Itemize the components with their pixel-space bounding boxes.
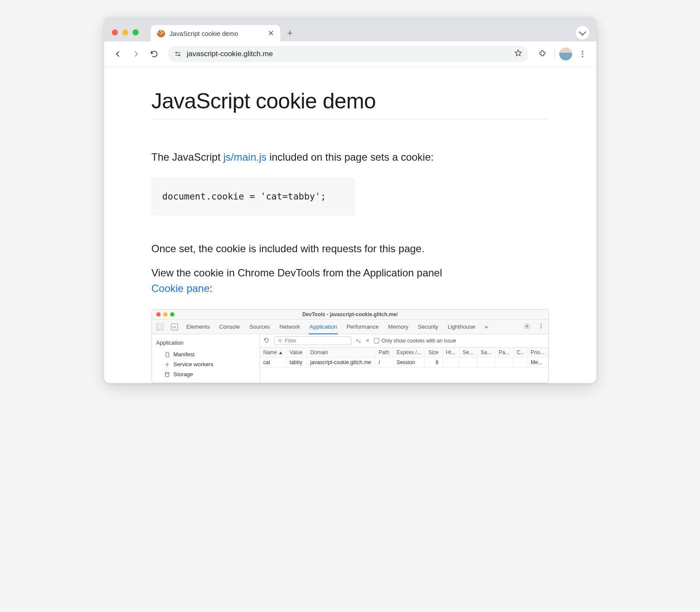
para-3: View the cookie in Chrome DevTools from … bbox=[152, 265, 549, 296]
cell-crosssite bbox=[513, 358, 527, 368]
chrome-menu-button[interactable] bbox=[575, 46, 590, 62]
cell-secure bbox=[459, 358, 477, 368]
profile-avatar[interactable] bbox=[559, 48, 572, 60]
col-expires[interactable]: Expires /... bbox=[393, 348, 425, 358]
table-header-row: Name Value Domain Path Expires /... Size… bbox=[260, 348, 548, 358]
col-path[interactable]: Path bbox=[375, 348, 393, 358]
code-block: document.cookie = 'cat=tabby'; bbox=[152, 178, 355, 215]
tab-lighthouse[interactable]: Lighthouse bbox=[447, 320, 476, 333]
cookie-pane-link[interactable]: Cookie pane bbox=[152, 282, 210, 294]
devtools-window: DevTools - javascript-cookie.glitch.me/ … bbox=[152, 309, 549, 383]
sidebar-item-storage[interactable]: Storage bbox=[156, 369, 255, 379]
sidebar-item-service-workers[interactable]: Service workers bbox=[156, 359, 255, 369]
refresh-cookies-icon[interactable] bbox=[263, 337, 269, 345]
col-value[interactable]: Value bbox=[286, 348, 307, 358]
window-controls[interactable] bbox=[112, 29, 139, 35]
svg-point-2 bbox=[582, 51, 583, 52]
cell-name: cat bbox=[260, 358, 286, 368]
cookies-table: Name Value Domain Path Expires /... Size… bbox=[260, 348, 548, 368]
devtools-settings-icon[interactable] bbox=[524, 323, 530, 331]
maximize-window-icon[interactable] bbox=[133, 29, 139, 35]
svg-point-4 bbox=[582, 56, 583, 57]
cell-expires: Session bbox=[393, 358, 425, 368]
tab-console[interactable]: Console bbox=[219, 320, 241, 333]
checkbox-box-icon bbox=[374, 338, 379, 343]
mainjs-link[interactable]: js/main.js bbox=[223, 151, 266, 163]
filter-placeholder: Filter bbox=[285, 338, 297, 344]
tab-security[interactable]: Security bbox=[417, 320, 439, 333]
col-size[interactable]: Size bbox=[425, 348, 442, 358]
tab-title: JavaScript cookie demo bbox=[170, 30, 238, 37]
divider bbox=[554, 49, 555, 59]
col-samesite[interactable]: Sa... bbox=[477, 348, 495, 358]
intro-paragraph: The JavaScript js/main.js included on th… bbox=[152, 149, 549, 165]
sidebar-heading: Application bbox=[156, 339, 255, 346]
address-bar[interactable]: javascript-cookie.glitch.me bbox=[168, 46, 529, 62]
col-name[interactable]: Name bbox=[260, 348, 286, 358]
devtools-title: DevTools - javascript-cookie.glitch.me/ bbox=[302, 311, 398, 317]
tab-elements[interactable]: Elements bbox=[186, 320, 211, 333]
col-domain[interactable]: Domain bbox=[307, 348, 375, 358]
close-window-icon[interactable] bbox=[112, 29, 118, 35]
device-toolbar-icon[interactable]: ▭ bbox=[171, 323, 178, 330]
tabs-dropdown-button[interactable] bbox=[576, 26, 589, 40]
cell-partitionkey bbox=[495, 358, 513, 368]
clear-filter-icon[interactable]: ≡x bbox=[356, 337, 361, 344]
page-title: JavaScript cookie demo bbox=[152, 89, 549, 119]
svg-point-7 bbox=[540, 326, 541, 327]
cell-domain: javascript-cookie.glitch.me bbox=[307, 358, 375, 368]
cookies-filter-input[interactable]: Filter bbox=[274, 336, 352, 345]
para3-post: : bbox=[209, 282, 212, 294]
table-row[interactable]: cat tabby javascript-cookie.glitch.me / … bbox=[260, 358, 548, 368]
cell-value: tabby bbox=[286, 358, 307, 368]
col-httponly[interactable]: Ht... bbox=[442, 348, 459, 358]
forward-button[interactable] bbox=[128, 46, 144, 62]
only-issues-checkbox[interactable]: Only show cookies with an issue bbox=[374, 338, 456, 344]
toolbar: javascript-cookie.glitch.me bbox=[104, 41, 596, 67]
clear-all-icon[interactable]: ✕ bbox=[365, 338, 370, 344]
devtools-sidebar: Application Manifest Service workers Sto… bbox=[152, 334, 260, 383]
back-button[interactable] bbox=[110, 46, 126, 62]
intro-text-post: included on this page sets a cookie: bbox=[266, 151, 434, 163]
tab-network[interactable]: Network bbox=[279, 320, 301, 333]
minimize-window-icon[interactable] bbox=[163, 312, 168, 317]
browser-window: 🍪 JavaScript cookie demo ✕ + javascript-… bbox=[104, 17, 596, 383]
extensions-button[interactable] bbox=[535, 46, 550, 62]
col-secure[interactable]: Se... bbox=[459, 348, 477, 358]
svg-point-0 bbox=[175, 52, 177, 54]
tab-performance[interactable]: Performance bbox=[345, 320, 379, 333]
sidebar-item-label: Storage bbox=[174, 371, 193, 377]
tab-memory[interactable]: Memory bbox=[387, 320, 409, 333]
maximize-window-icon[interactable] bbox=[170, 312, 174, 317]
browser-tab[interactable]: 🍪 JavaScript cookie demo ✕ bbox=[151, 25, 280, 41]
tabs-overflow[interactable]: » bbox=[484, 320, 488, 333]
svg-point-6 bbox=[540, 324, 541, 325]
close-window-icon[interactable] bbox=[156, 312, 161, 317]
cell-size: 8 bbox=[425, 358, 442, 368]
sidebar-item-manifest[interactable]: Manifest bbox=[156, 349, 255, 359]
new-tab-button[interactable]: + bbox=[284, 27, 297, 40]
close-tab-icon[interactable]: ✕ bbox=[268, 29, 274, 38]
para-2: Once set, the cookie is included with re… bbox=[152, 241, 549, 257]
svg-point-5 bbox=[526, 325, 528, 327]
col-partitionkey[interactable]: Pa... bbox=[495, 348, 513, 358]
sidebar-item-label: Manifest bbox=[174, 351, 195, 358]
col-priority[interactable]: Prio... bbox=[527, 348, 548, 358]
col-crosssite[interactable]: C.. bbox=[513, 348, 527, 358]
devtools-window-controls[interactable] bbox=[156, 312, 174, 317]
cell-priority: Me... bbox=[527, 358, 548, 368]
intro-text-pre: The JavaScript bbox=[152, 151, 224, 163]
tab-application[interactable]: Application bbox=[309, 320, 338, 334]
inspect-icon[interactable]: ⬚ bbox=[156, 323, 163, 330]
reload-button[interactable] bbox=[146, 46, 162, 62]
url-text: javascript-cookie.glitch.me bbox=[187, 50, 273, 58]
devtools-titlebar: DevTools - javascript-cookie.glitch.me/ bbox=[152, 310, 548, 320]
svg-point-9 bbox=[166, 364, 168, 365]
bookmark-star-icon[interactable] bbox=[514, 49, 523, 60]
tab-sources[interactable]: Sources bbox=[248, 320, 271, 333]
minimize-window-icon[interactable] bbox=[122, 29, 128, 35]
site-settings-icon[interactable] bbox=[174, 50, 182, 58]
devtools-menu-icon[interactable] bbox=[538, 323, 544, 330]
tab-strip: 🍪 JavaScript cookie demo ✕ + bbox=[104, 17, 596, 41]
svg-point-3 bbox=[582, 53, 583, 54]
